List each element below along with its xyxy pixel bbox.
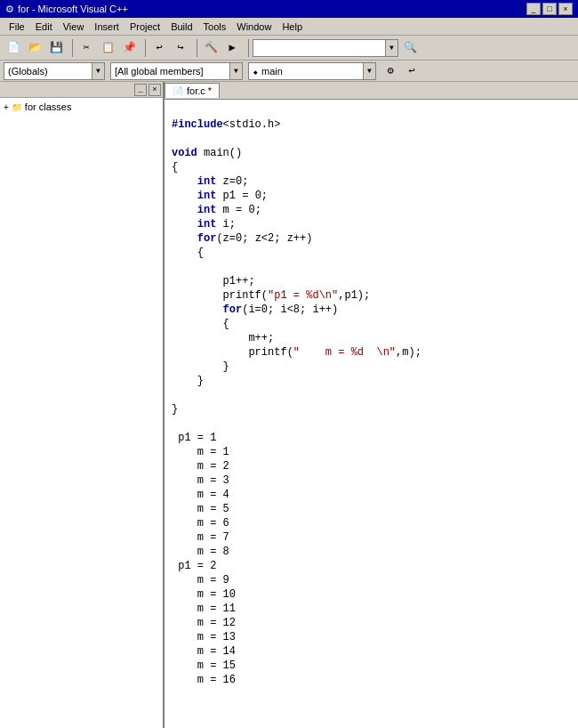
nav-icon2[interactable]: ↩ bbox=[403, 62, 421, 80]
code-line-close1: } bbox=[172, 402, 571, 417]
output-m-3: m = 3 bbox=[172, 473, 571, 488]
left-panel-content: + 📁 for classes bbox=[0, 98, 163, 728]
code-line-include: #include<stdio.h> bbox=[172, 117, 571, 132]
main-toolbar: 📄 📂 💾 ✂ 📋 📌 ↩ ↪ 🔨 ▶ ▼ 🔍 bbox=[0, 36, 578, 61]
nav-icon[interactable]: ⚙ bbox=[381, 62, 399, 80]
editor-tab-forC[interactable]: 📄 for.c * bbox=[165, 83, 220, 98]
expand-icon: + bbox=[4, 102, 9, 112]
paste-button[interactable]: 📌 bbox=[119, 38, 139, 58]
output-m-1: m = 1 bbox=[172, 445, 571, 459]
code-line-open1: { bbox=[172, 160, 571, 174]
menu-project[interactable]: Project bbox=[124, 20, 165, 34]
open-button[interactable]: 📂 bbox=[25, 38, 44, 58]
editor-tab-bar: 📄 for.c * bbox=[165, 82, 578, 100]
code-line-1 bbox=[172, 103, 571, 117]
code-editor[interactable]: #include<stdio.h> void main() { int z=0;… bbox=[165, 100, 578, 728]
menu-file[interactable]: File bbox=[4, 20, 30, 34]
output-m-6: m = 6 bbox=[172, 516, 571, 530]
search-combo[interactable] bbox=[253, 39, 386, 57]
menu-view[interactable]: View bbox=[58, 20, 90, 34]
separator-3 bbox=[194, 39, 197, 57]
panel-minimize-button[interactable]: _ bbox=[134, 84, 147, 96]
code-line-open3: { bbox=[172, 317, 571, 331]
output-m-14: m = 14 bbox=[172, 644, 571, 659]
code-line-p1: int p1 = 0; bbox=[172, 189, 571, 203]
code-line-minc: m++; bbox=[172, 331, 571, 345]
output-m-11: m = 11 bbox=[172, 602, 571, 616]
tree-root-item[interactable]: + 📁 for classes bbox=[4, 101, 159, 112]
code-line-close3: } bbox=[172, 360, 571, 374]
maximize-button[interactable]: □ bbox=[542, 3, 557, 15]
find-button[interactable]: 🔍 bbox=[400, 38, 420, 58]
nav-toolbar: (Globals) ▼ [All global members] ▼ ⬥ mai… bbox=[0, 61, 578, 82]
output-m-10: m = 10 bbox=[172, 587, 571, 602]
title-bar: ⚙ for - Microsoft Visual C++ _ □ × bbox=[0, 0, 578, 18]
members-combo[interactable]: [All global members] bbox=[110, 62, 230, 80]
members-combo-arrow[interactable]: ▼ bbox=[230, 62, 243, 80]
output-m-5: m = 5 bbox=[172, 502, 571, 516]
code-line-blank4 bbox=[172, 417, 571, 431]
code-line-p1inc: p1++; bbox=[172, 274, 571, 288]
code-line-blank3 bbox=[172, 388, 571, 402]
output-m-8: m = 8 bbox=[172, 545, 571, 559]
app-icon: ⚙ bbox=[5, 4, 14, 15]
save-button[interactable]: 💾 bbox=[46, 38, 66, 58]
search-combo-arrow[interactable]: ▼ bbox=[386, 39, 398, 57]
code-line-m: int m = 0; bbox=[172, 203, 571, 217]
menu-window[interactable]: Window bbox=[231, 20, 277, 34]
menu-insert[interactable]: Insert bbox=[89, 20, 124, 34]
globals-combo-group: (Globals) ▼ bbox=[4, 62, 105, 80]
code-line-printf1: printf("p1 = %d\n",p1); bbox=[172, 288, 571, 303]
build-button[interactable]: 🔨 bbox=[201, 38, 221, 58]
minimize-button[interactable]: _ bbox=[526, 3, 541, 15]
output-m-7: m = 7 bbox=[172, 530, 571, 545]
code-line-main: void main() bbox=[172, 146, 571, 160]
code-line-for1: for(z=0; z<2; z++) bbox=[172, 231, 571, 246]
left-panel-toolbar: _ × bbox=[0, 82, 163, 98]
code-line-i: int i; bbox=[172, 217, 571, 231]
left-panel: _ × + 📁 for classes bbox=[0, 82, 165, 728]
output-p1-2: p1 = 2 bbox=[172, 559, 571, 573]
tree-label: for classes bbox=[25, 101, 72, 112]
new-button[interactable]: 📄 bbox=[4, 38, 23, 58]
menu-bar: File Edit View Insert Project Build Tool… bbox=[0, 18, 578, 36]
cut-button[interactable]: ✂ bbox=[76, 38, 96, 58]
output-m-16: m = 16 bbox=[172, 673, 571, 687]
code-line-for2: for(i=0; i<8; i++) bbox=[172, 303, 571, 317]
right-panel: 📄 for.c * #include<stdio.h> void main() … bbox=[165, 82, 578, 728]
globals-combo[interactable]: (Globals) bbox=[4, 62, 92, 80]
output-m-12: m = 12 bbox=[172, 616, 571, 630]
code-line-close2: } bbox=[172, 374, 571, 388]
main-area: _ × + 📁 for classes 📄 for.c * #include<s… bbox=[0, 82, 578, 728]
output-m-2: m = 2 bbox=[172, 459, 571, 473]
menu-help[interactable]: Help bbox=[277, 20, 308, 34]
function-combo-group: ⬥ main ▼ bbox=[248, 62, 376, 80]
output-m-9: m = 9 bbox=[172, 573, 571, 587]
menu-build[interactable]: Build bbox=[165, 20, 197, 34]
copy-button[interactable]: 📋 bbox=[98, 38, 117, 58]
window-controls[interactable]: _ □ × bbox=[526, 3, 573, 15]
separator-2 bbox=[142, 39, 146, 57]
function-combo-arrow[interactable]: ▼ bbox=[364, 62, 376, 80]
folder-icon: 📁 bbox=[12, 102, 22, 112]
separator-4 bbox=[245, 39, 249, 57]
code-line-z: int z=0; bbox=[172, 174, 571, 189]
menu-edit[interactable]: Edit bbox=[30, 20, 58, 34]
output-m-15: m = 15 bbox=[172, 659, 571, 673]
separator-1 bbox=[69, 39, 73, 57]
globals-combo-arrow[interactable]: ▼ bbox=[92, 62, 105, 80]
code-line-open2: { bbox=[172, 246, 571, 260]
run-button[interactable]: ▶ bbox=[222, 38, 242, 58]
function-combo[interactable]: ⬥ main bbox=[248, 62, 364, 80]
tab-label: for.c * bbox=[187, 85, 212, 96]
undo-button[interactable]: ↩ bbox=[149, 38, 169, 58]
code-line-printf2: printf(" m = %d \n",m); bbox=[172, 345, 571, 360]
redo-button[interactable]: ↪ bbox=[171, 38, 190, 58]
output-m-13: m = 13 bbox=[172, 630, 571, 644]
close-button[interactable]: × bbox=[558, 3, 573, 15]
menu-tools[interactable]: Tools bbox=[198, 20, 232, 34]
search-combo-group: ▼ bbox=[253, 39, 398, 57]
output-m-4: m = 4 bbox=[172, 488, 571, 502]
panel-close-button[interactable]: × bbox=[149, 84, 161, 96]
code-line-blank2 bbox=[172, 260, 571, 274]
